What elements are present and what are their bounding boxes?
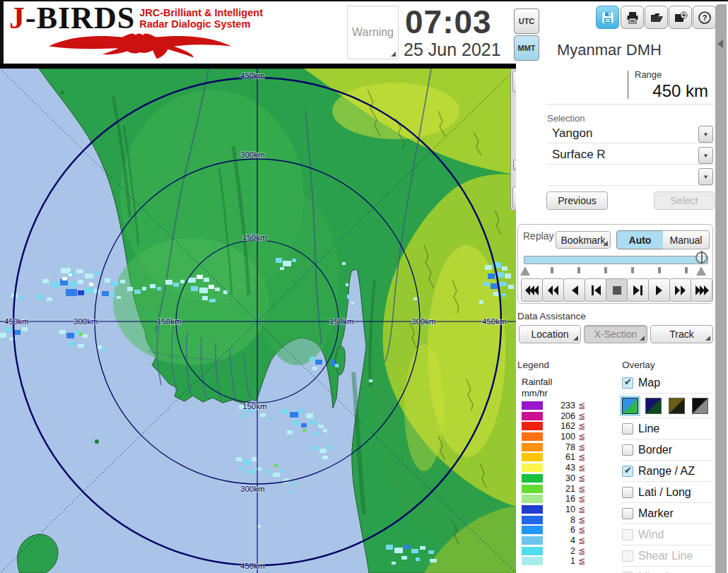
logo-subtitle: JRC-Brilliant & Intelligent Radar Dialog… <box>139 7 263 30</box>
replay-label: Replay <box>523 230 554 242</box>
overlay-label: Shear Line <box>638 550 693 562</box>
previous-button[interactable]: Previous <box>546 191 608 210</box>
export-image-icon <box>674 11 688 25</box>
svg-text:150km: 150km <box>242 402 267 410</box>
map-style-2[interactable] <box>645 398 662 414</box>
option-dropdown[interactable]: ▼ <box>546 167 714 186</box>
step-end-button[interactable] <box>627 278 649 302</box>
manual-button[interactable]: Manual <box>663 230 710 249</box>
legend-row: 162≦ <box>522 421 606 432</box>
chevron-down-icon[interactable]: ▼ <box>698 126 713 143</box>
map-style-3[interactable] <box>669 398 685 414</box>
overlay-row-lati-long[interactable]: Lati / Long <box>622 482 712 503</box>
jbirds-window: J-BIRDS JRC-Brilliant & Intelligent Rada… <box>0 0 728 573</box>
fast-forward-2-icon <box>674 285 687 295</box>
xsection-button[interactable]: X-Section <box>584 325 647 343</box>
svg-text:450km: 450km <box>4 317 29 326</box>
save-icon <box>601 11 615 25</box>
stop-icon <box>612 285 622 295</box>
svg-text:300km: 300km <box>411 317 436 326</box>
selection-label: Selection <box>547 113 585 124</box>
overlay-row-marker[interactable]: Marker <box>622 503 712 524</box>
print-button[interactable] <box>621 6 644 29</box>
replay-slider-track[interactable] <box>524 256 708 264</box>
fast-rewind-2-button[interactable] <box>542 278 564 302</box>
wind-checkbox <box>622 529 633 540</box>
slider-end-marker[interactable] <box>696 266 706 276</box>
location-button[interactable]: Location <box>519 325 581 343</box>
select-button[interactable]: Select <box>654 191 715 210</box>
map-checkbox[interactable] <box>622 377 633 389</box>
legend-row: 30≦ <box>522 473 606 484</box>
overlay-row-map[interactable]: Map <box>622 372 712 394</box>
map-style-4[interactable] <box>692 398 708 414</box>
fast-forward-2-button[interactable] <box>669 278 691 302</box>
product-dropdown[interactable]: Surface R ▼ <box>546 146 714 165</box>
replay-slider-thumb[interactable] <box>695 252 708 264</box>
overlay-label: Range / AZ <box>638 465 695 478</box>
overlay-row-wind: Wind <box>622 524 712 545</box>
overlay-label: Border <box>638 444 672 456</box>
line-checkbox[interactable] <box>622 423 633 435</box>
legend-row: 233≦ <box>522 401 606 411</box>
legend-row: 78≦ <box>522 442 606 453</box>
open-folder-button[interactable] <box>645 6 668 29</box>
range-az-checkbox[interactable] <box>622 466 633 477</box>
overlay-label: Wind <box>638 528 664 541</box>
jbirds-logo: J-BIRDS JRC-Brilliant & Intelligent Rada… <box>9 3 285 64</box>
rainfall-legend: 233≦ 206≦ 162≦ 100≦ 78≦ 61≦ 43≦ 30≦ 21≦ … <box>522 401 606 567</box>
legend-row: 2≦ <box>522 546 606 557</box>
legend-row: 43≦ <box>522 463 606 473</box>
chevron-down-icon[interactable]: ▼ <box>698 147 713 164</box>
svg-text:300km: 300km <box>74 317 98 326</box>
overlay-row-range-az[interactable]: Range / AZ <box>622 461 712 482</box>
legend-row: 4≦ <box>522 536 606 546</box>
legend-unit: Rainfallmm/hr <box>522 377 552 399</box>
radar-map[interactable]: 450km 300km 150km 150km 300km 450km 450k… <box>0 64 516 573</box>
auto-button[interactable]: Auto <box>616 230 664 249</box>
stop-button[interactable] <box>606 278 628 302</box>
save-button[interactable] <box>596 6 619 29</box>
play-button[interactable] <box>648 278 670 302</box>
eagle-logo-icon <box>9 31 272 59</box>
panel-edge-strip[interactable] <box>715 4 727 573</box>
track-button[interactable]: Track <box>650 325 713 343</box>
border-checkbox[interactable] <box>622 444 633 456</box>
overlay-row-microburst: Microburst <box>622 567 712 573</box>
warning-button[interactable]: Warning <box>347 6 399 59</box>
control-panel: Range 450 km Selection Yangon ▼ Surface … <box>516 64 715 573</box>
bookmark-button[interactable]: Bookmark <box>556 231 611 249</box>
marker-checkbox[interactable] <box>622 508 633 519</box>
step-start-icon <box>590 285 601 295</box>
fast-rewind-3-button[interactable] <box>521 278 543 302</box>
overlay-row-border[interactable]: Border <box>622 439 712 461</box>
export-image-button[interactable] <box>669 6 692 29</box>
overlay-row-line[interactable]: Line <box>622 418 712 439</box>
replay-panel: Replay Bookmark Auto Manual <box>517 224 713 304</box>
overlay-label: Microburst <box>638 571 691 573</box>
shear-line-checkbox <box>622 550 633 562</box>
slider-start-marker[interactable] <box>520 266 530 276</box>
play-reverse-button[interactable] <box>563 278 585 302</box>
svg-text:450km: 450km <box>482 317 507 326</box>
step-start-button[interactable] <box>585 278 606 302</box>
open-folder-icon <box>650 11 664 25</box>
lati-long-checkbox[interactable] <box>622 487 633 498</box>
collapse-panel-icon[interactable] <box>717 40 723 48</box>
clock-date: 25 Jun 2021 <box>404 40 501 60</box>
map-style-1[interactable] <box>622 398 638 414</box>
mmt-button[interactable]: MMT <box>514 35 539 61</box>
overlay-row-shear-line: Shear Line <box>622 545 712 567</box>
legend-title: Legend <box>517 360 549 370</box>
data-assistance-label: Data Assistance <box>517 311 586 321</box>
legend-row: 16≦ <box>522 494 606 504</box>
site-dropdown[interactable]: Yangon ▼ <box>546 124 714 143</box>
legend-row: 61≦ <box>522 452 606 463</box>
chevron-down-icon[interactable]: ▼ <box>698 168 713 185</box>
fast-rewind-2-icon <box>547 285 560 295</box>
overlay-label: Line <box>638 423 659 435</box>
utc-button[interactable]: UTC <box>514 8 539 34</box>
fast-forward-3-button[interactable] <box>691 278 712 302</box>
help-button[interactable]: ? <box>693 6 716 29</box>
legend-row: 21≦ <box>522 484 606 495</box>
